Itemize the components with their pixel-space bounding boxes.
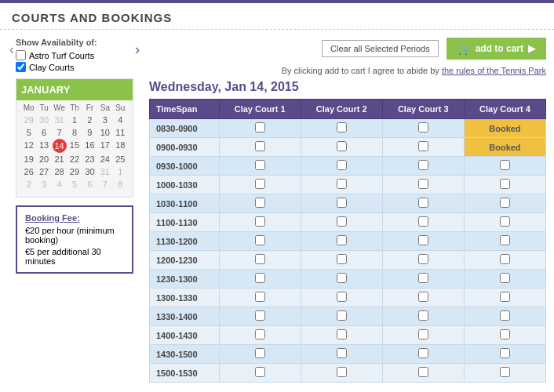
court-cell-2[interactable] [301,157,382,176]
court-cell-1[interactable] [219,270,301,289]
calendar-cell[interactable]: 6 [36,126,51,139]
calendar-cell[interactable]: 8 [113,178,128,191]
court-checkbox-1[interactable] [255,216,265,227]
court-checkbox-4[interactable] [500,198,510,208]
court-cell-3[interactable] [382,364,464,383]
calendar-cell[interactable]: 11 [113,126,128,139]
calendar-cell[interactable]: 18 [113,139,128,153]
court-cell-2[interactable] [301,194,382,213]
court-cell-3[interactable] [382,307,464,326]
court-cell-3[interactable] [382,138,464,157]
calendar-cell[interactable]: 30 [36,114,51,126]
court-cell-1[interactable] [219,289,301,307]
calendar-cell[interactable]: 25 [113,153,128,165]
calendar-cell[interactable]: 31 [52,114,67,126]
calendar-cell[interactable]: 13 [36,139,51,153]
court-checkbox-3[interactable] [418,235,428,245]
calendar-cell[interactable]: 7 [52,126,67,139]
court-cell-2[interactable] [301,232,382,251]
court-checkbox-4[interactable] [500,329,510,339]
court-cell-2[interactable] [301,364,382,383]
court-cell-1[interactable] [219,232,301,251]
calendar-cell[interactable]: 27 [36,165,51,178]
calendar-cell[interactable]: 31 [97,165,112,178]
court-checkbox-2[interactable] [337,179,347,189]
court-checkbox-2[interactable] [337,367,347,377]
court-cell-4[interactable] [464,232,545,251]
calendar-cell[interactable]: 10 [97,126,112,139]
court-cell-1[interactable] [219,326,301,345]
court-checkbox-3[interactable] [418,292,428,302]
court-checkbox-1[interactable] [255,292,265,302]
court-cell-3[interactable] [382,176,464,194]
court-checkbox-2[interactable] [337,198,347,208]
calendar-cell[interactable]: 2 [21,178,36,191]
court-checkbox-3[interactable] [418,179,428,189]
court-checkbox-4[interactable] [500,235,510,245]
court-checkbox-2[interactable] [337,273,347,283]
court-checkbox-2[interactable] [337,310,347,321]
clay-courts-checkbox[interactable] [16,62,26,72]
calendar-cell[interactable]: 19 [21,153,36,165]
court-checkbox-1[interactable] [255,348,265,358]
calendar-cell[interactable]: 2 [82,114,97,126]
court-cell-4[interactable] [464,345,545,364]
court-cell-3[interactable] [382,345,464,364]
court-cell-4[interactable] [464,289,545,307]
court-checkbox-1[interactable] [255,329,265,339]
calendar-cell[interactable]: 5 [21,126,36,139]
court-checkbox-4[interactable] [500,348,510,358]
court-checkbox-1[interactable] [255,235,265,245]
court-cell-4[interactable] [464,364,545,383]
add-to-cart-button[interactable]: 🛒 add to cart ▶ [446,38,546,60]
court-checkbox-1[interactable] [255,273,265,283]
court-cell-4[interactable] [464,326,545,345]
court-checkbox-3[interactable] [418,122,428,132]
court-checkbox-3[interactable] [418,254,428,264]
calendar-cell[interactable]: 5 [67,178,82,191]
calendar-cell[interactable]: 24 [97,153,112,165]
court-checkbox-4[interactable] [500,216,510,227]
court-cell-2[interactable] [301,138,382,157]
court-cell-1[interactable] [219,307,301,326]
court-cell-4[interactable] [464,157,545,176]
court-cell-1[interactable] [219,345,301,364]
court-checkbox-3[interactable] [418,198,428,208]
calendar-cell[interactable]: 9 [82,126,97,139]
court-checkbox-3[interactable] [418,216,428,227]
court-cell-1[interactable] [219,251,301,270]
court-cell-1[interactable] [219,119,301,138]
court-cell-2[interactable] [301,251,382,270]
court-checkbox-4[interactable] [500,273,510,283]
court-checkbox-1[interactable] [255,254,265,264]
court-checkbox-3[interactable] [418,310,428,321]
court-cell-3[interactable] [382,213,464,232]
court-cell-3[interactable] [382,326,464,345]
court-checkbox-1[interactable] [255,160,265,170]
court-cell-4[interactable] [464,194,545,213]
court-checkbox-4[interactable] [500,160,510,170]
calendar-cell[interactable]: 29 [67,165,82,178]
astro-turf-checkbox[interactable] [16,50,26,60]
court-cell-3[interactable] [382,289,464,307]
calendar-cell[interactable]: 8 [67,126,82,139]
court-checkbox-4[interactable] [500,179,510,189]
calendar-cell[interactable]: 17 [97,139,112,153]
court-checkbox-1[interactable] [255,179,265,189]
calendar-cell[interactable]: 15 [67,139,82,153]
calendar-cell[interactable]: 4 [52,178,67,191]
court-checkbox-3[interactable] [418,367,428,377]
court-cell-3[interactable] [382,194,464,213]
court-checkbox-2[interactable] [337,329,347,339]
court-cell-2[interactable] [301,176,382,194]
calendar-cell[interactable]: 12 [21,139,36,153]
calendar-cell[interactable]: 1 [67,114,82,126]
clear-selected-button[interactable]: Clear all Selected Periods [322,40,439,57]
court-cell-4[interactable] [464,213,545,232]
court-checkbox-1[interactable] [255,310,265,321]
court-checkbox-2[interactable] [337,141,347,151]
calendar-cell[interactable]: 22 [67,153,82,165]
court-cell-1[interactable] [219,157,301,176]
court-checkbox-3[interactable] [418,273,428,283]
court-cell-2[interactable] [301,289,382,307]
